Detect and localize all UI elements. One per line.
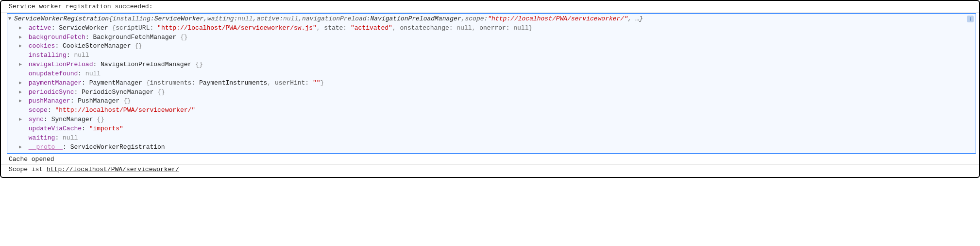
- property-key: periodicSync: [29, 88, 74, 96]
- preview-value: "http://localhost/PWA/serviceworker/": [488, 15, 628, 24]
- property-row-pushmanager[interactable]: ▶ pushManager: PushManager {}: [8, 97, 974, 106]
- log-message: Service worker registration succeeded:: [1, 2, 979, 13]
- triangle-right-icon[interactable]: ▶: [19, 89, 25, 96]
- property-value: "http://localhost/PWA/serviceworker/": [55, 106, 195, 114]
- property-key: pushManager: [29, 97, 70, 105]
- property-value: NavigationPreloadManager {}: [101, 61, 203, 68]
- value-ctor: NavigationPreloadManager: [101, 61, 195, 68]
- value-ctor: SyncManager: [51, 116, 97, 123]
- preview-key: onerror:: [479, 24, 513, 32]
- preview-key: scriptURL:: [116, 24, 157, 32]
- property-row-cookies[interactable]: ▶ cookies: CookieStoreManager {}: [8, 42, 974, 51]
- preview-value: null: [283, 15, 298, 24]
- brace: {}: [157, 88, 165, 96]
- triangle-down-icon[interactable]: ▼: [8, 16, 14, 23]
- value-ctor: ServiceWorker: [59, 24, 112, 32]
- property-row-sync[interactable]: ▶ sync: SyncManager {}: [8, 115, 974, 124]
- preview-key: instruments:: [150, 79, 199, 87]
- sep: ,: [472, 24, 480, 32]
- triangle-right-icon[interactable]: ▶: [19, 98, 25, 105]
- console-panel: Service worker registration succeeded: ▼…: [0, 0, 980, 178]
- preview-value: null: [513, 24, 528, 32]
- property-key: installing: [29, 52, 67, 59]
- property-row-onupdatefound[interactable]: onupdatefound: null: [8, 70, 974, 79]
- log-message: Scope ist http://localhost/PWA/servicewo…: [1, 165, 979, 175]
- value-ctor: PushManager: [78, 97, 123, 105]
- property-value: "imports": [89, 125, 123, 132]
- property-key: cookies: [29, 42, 55, 50]
- brace: , …}: [628, 15, 643, 24]
- preview-key: installing:: [113, 15, 154, 24]
- brace: {}: [135, 42, 142, 50]
- triangle-right-icon[interactable]: ▶: [19, 80, 25, 87]
- property-key: active: [29, 24, 51, 32]
- sep: ,: [267, 79, 275, 87]
- property-value: null: [63, 134, 78, 141]
- preview-key: active:: [256, 15, 283, 24]
- preview-value: null: [237, 15, 253, 24]
- sep: ,: [317, 24, 324, 32]
- triangle-right-icon[interactable]: ▶: [19, 144, 25, 151]
- property-key: waiting: [29, 134, 55, 141]
- sep: ,: [392, 24, 400, 32]
- property-key: scope: [29, 106, 48, 114]
- triangle-right-icon[interactable]: ▶: [19, 61, 25, 69]
- brace: {: [109, 15, 113, 24]
- info-icon[interactable]: i: [967, 16, 974, 22]
- property-row-proto[interactable]: ▶ __proto__: ServiceWorkerRegistration: [8, 143, 974, 152]
- property-row-installing[interactable]: installing: null: [8, 51, 974, 60]
- log-message: Cache opened: [1, 155, 979, 165]
- log-text: Scope ist: [9, 166, 47, 173]
- preview-key: navigationPreload:: [302, 15, 370, 24]
- brace: {}: [97, 116, 104, 123]
- preview-value: null: [456, 24, 472, 32]
- preview-value: "activated": [351, 24, 392, 32]
- property-key: navigationPreload: [29, 61, 93, 68]
- property-row-active[interactable]: ▶ active: ServiceWorker {scriptURL: "htt…: [8, 24, 974, 33]
- preview-value: NavigationPreloadManager: [370, 15, 461, 24]
- property-row-scope[interactable]: scope: "http://localhost/PWA/servicework…: [8, 106, 974, 115]
- brace: {}: [195, 61, 203, 68]
- property-value: SyncManager {}: [51, 116, 104, 123]
- brace: {}: [180, 34, 188, 41]
- property-key: backgroundFetch: [29, 34, 85, 41]
- preview-value: "http://localhost/PWA/serviceworker/sw.j…: [157, 24, 317, 32]
- preview-key: onstatechange:: [400, 24, 456, 32]
- property-value: PushManager {}: [78, 97, 131, 105]
- property-value: null: [85, 70, 101, 77]
- object-expanded: ▼ ServiceWorkerRegistration { installing…: [7, 13, 976, 154]
- property-row-updateviacache[interactable]: updateViaCache: "imports": [8, 124, 974, 134]
- brace: }: [321, 79, 324, 87]
- property-value: null: [74, 52, 89, 59]
- log-url-link[interactable]: http://localhost/PWA/serviceworker/: [47, 166, 179, 173]
- value-ctor: PeriodicSyncManager: [82, 88, 157, 96]
- log-text: Cache opened: [9, 156, 54, 163]
- preview-key: userHint:: [275, 79, 313, 87]
- property-row-backgroundfetch[interactable]: ▶ backgroundFetch: BackgroundFetchManage…: [8, 33, 974, 42]
- property-value: PeriodicSyncManager {}: [82, 88, 165, 96]
- triangle-right-icon[interactable]: ▶: [19, 34, 25, 41]
- triangle-right-icon[interactable]: ▶: [19, 116, 25, 123]
- property-row-navigationpreload[interactable]: ▶ navigationPreload: NavigationPreloadMa…: [8, 60, 974, 70]
- property-row-periodicsync[interactable]: ▶ periodicSync: PeriodicSyncManager {}: [8, 88, 974, 97]
- property-row-waiting[interactable]: waiting: null: [8, 134, 974, 143]
- preview-value: PaymentInstruments: [199, 79, 267, 87]
- property-value: PaymentManager {instruments: PaymentInst…: [89, 79, 324, 87]
- brace: {}: [123, 97, 131, 105]
- property-key: updateViaCache: [29, 125, 82, 132]
- brace: }: [529, 24, 533, 32]
- triangle-right-icon[interactable]: ▶: [19, 25, 25, 32]
- preview-key: scope:: [465, 15, 488, 24]
- value-ctor: PaymentManager: [89, 79, 146, 87]
- property-key: onupdatefound: [29, 70, 78, 77]
- property-key: paymentManager: [29, 79, 82, 87]
- property-row-paymentmanager[interactable]: ▶ paymentManager: PaymentManager {instru…: [8, 79, 974, 88]
- preview-value: "": [313, 79, 321, 87]
- constructor-name: ServiceWorkerRegistration: [14, 15, 109, 24]
- property-value: BackgroundFetchManager {}: [93, 34, 187, 41]
- log-text: Service worker registration succeeded:: [9, 3, 152, 10]
- property-key: sync: [29, 116, 44, 123]
- triangle-right-icon[interactable]: ▶: [19, 43, 25, 50]
- object-header[interactable]: ▼ ServiceWorkerRegistration { installing…: [8, 15, 974, 24]
- sep: ,: [253, 15, 257, 24]
